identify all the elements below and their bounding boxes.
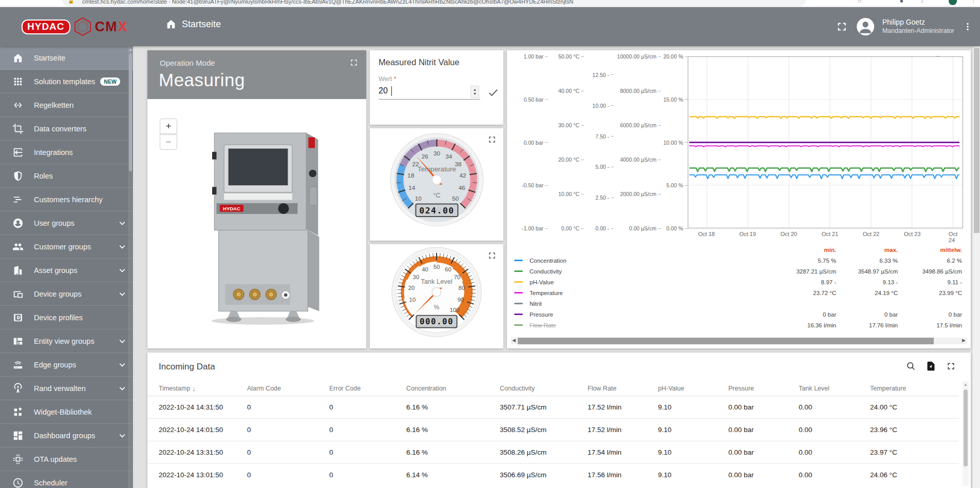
axis-tick: 10.00 % xyxy=(663,140,688,146)
expand-icon[interactable] xyxy=(349,57,359,68)
browser-menu-icon[interactable]: ⋮ xyxy=(971,0,976,4)
sidebar-scroll-thumb[interactable] xyxy=(129,53,132,171)
sidebar-item-customer-groups[interactable]: Customer groups xyxy=(0,235,133,259)
table-vertical-scrollbar[interactable]: ▲ xyxy=(963,381,969,486)
table-row[interactable]: 2022-10-24 13:31:50006.16 %3508.26 µS/cm… xyxy=(147,441,959,463)
sidebar-item-rand-verwalten[interactable]: Rand verwalten xyxy=(0,377,133,400)
legend-swatch xyxy=(514,314,523,315)
legend-row-conductivity[interactable]: Conductivity3287.21 µS/cm3548.97 µS/cm34… xyxy=(514,266,962,277)
scroll-up-arrow-icon[interactable]: ▲ xyxy=(128,47,133,52)
user-name: Philipp Goetz xyxy=(882,18,954,27)
table-cell: 23.96 °C xyxy=(870,426,959,434)
svg-text:100: 100 xyxy=(450,307,460,313)
chart-horizontal-scrollbar[interactable]: ◀ ▶ xyxy=(511,338,967,344)
legend-value: 3287.21 µS/cm xyxy=(759,268,836,275)
sidebar-item-edge-groups[interactable]: Edge groups xyxy=(0,353,133,377)
stepper-up-icon[interactable]: ▲ xyxy=(473,88,477,92)
column-header-ph-value[interactable]: pH-Value xyxy=(658,381,728,396)
download-icon[interactable]: ↓ xyxy=(921,0,924,4)
sidebar-item-ota-updates[interactable]: OTA updates xyxy=(0,447,133,471)
export-file-icon[interactable] xyxy=(926,361,936,372)
scroll-left-arrow-icon[interactable]: ◀ xyxy=(512,338,516,343)
column-header-temperature[interactable]: Temperature xyxy=(870,381,959,396)
more-menu-icon[interactable] xyxy=(963,20,973,33)
table-row[interactable]: 2022-10-24 14:31:50006.16 %3507.71 µS/cm… xyxy=(147,396,959,418)
chevron-down-icon xyxy=(117,288,128,300)
wert-input[interactable] xyxy=(379,84,456,97)
operation-mode-header: Operation Mode Measuring xyxy=(147,50,366,99)
sidebar-item-device-profiles[interactable]: Device profiles xyxy=(0,306,133,329)
x-tick-label: Oct 19 xyxy=(739,231,756,237)
chart-scroll-thumb[interactable] xyxy=(518,338,934,344)
breadcrumb[interactable]: Startseite xyxy=(165,18,221,30)
extension-icon[interactable]: ■ xyxy=(900,0,903,4)
profile-icon xyxy=(12,312,24,323)
sidebar-item-widget-bibliothek[interactable]: Widget-Bibliothek xyxy=(0,400,133,424)
legend-row-flow-rate[interactable]: Flow Rate16.36 l/min17.76 l/min17.5 l/mi… xyxy=(514,320,962,330)
confirm-check-icon[interactable] xyxy=(487,86,499,99)
number-stepper[interactable]: ▲ ▼ xyxy=(470,86,479,98)
column-header-tank-level[interactable]: Tank Level xyxy=(799,381,870,396)
zoom-in-button[interactable]: + xyxy=(160,119,177,134)
column-header-concentration[interactable]: Concentration xyxy=(406,381,500,396)
column-header-conductivity[interactable]: Conductivity xyxy=(500,381,588,396)
svg-text:°C: °C xyxy=(433,192,440,199)
svg-text:60: 60 xyxy=(445,266,451,272)
browser-profile-avatar[interactable] xyxy=(949,0,957,5)
nitrit-card-title: Measured Nitrit Value xyxy=(379,57,459,67)
sidebar-item-user-groups[interactable]: User groups xyxy=(0,211,133,235)
sidebar-item-integrations[interactable]: Integrations xyxy=(0,141,133,164)
axis-tick: 10.00 °C xyxy=(558,191,584,197)
legend-value: 8.97 - xyxy=(759,279,836,285)
legend-row-ph-value[interactable]: pH-Value8.97 -9.13 -9.11 - xyxy=(514,277,962,287)
column-header-timestamp[interactable]: Timestamp ↓ xyxy=(159,381,247,396)
table-row[interactable]: 2022-10-24 14:01:50006.16 %3508.52 µS/cm… xyxy=(147,418,959,441)
search-icon[interactable] xyxy=(906,361,916,372)
sidebar-item-label: Regelketten xyxy=(34,101,73,109)
column-header-error-code[interactable]: Error Code xyxy=(329,381,406,396)
bookmark-icon[interactable]: ☆ xyxy=(857,0,862,4)
table-scroll-thumb[interactable] xyxy=(964,389,968,466)
legend-row-pressure[interactable]: Pressure0 bar0 bar0 bar xyxy=(514,309,962,320)
avatar[interactable] xyxy=(857,18,874,35)
table-cell: 9.10 xyxy=(658,448,728,456)
table-cell: 0 xyxy=(329,426,406,434)
sidebar-item-asset-groups[interactable]: Asset groups xyxy=(0,259,133,282)
chart-plot-area[interactable] xyxy=(688,56,963,228)
scroll-right-arrow-icon[interactable]: ▶ xyxy=(962,338,966,343)
legend-row-concentration[interactable]: Concentration5.75 %6.33 %6.2 % xyxy=(514,255,962,266)
table-row[interactable]: 2022-10-24 13:01:50006.14 %3506.69 µS/cm… xyxy=(147,463,959,486)
legend-swatch xyxy=(514,303,523,304)
legend-header: min. xyxy=(759,247,836,253)
sidebar-item-device-groups[interactable]: Device groups xyxy=(0,282,133,306)
sidebar-item-solution-templates[interactable]: Solution templatesNEW xyxy=(0,70,133,93)
sidebar-item-startseite[interactable]: Startseite xyxy=(0,46,133,70)
sidebar-item-entity-view-groups[interactable]: Entity view groups xyxy=(0,329,133,353)
table-cell: 9.10 xyxy=(658,471,728,479)
timeseries-chart-card: 1.00 bar0.50 bar0.00 bar-0.50 bar-1.00 b… xyxy=(507,50,971,348)
page-scroll-thumb[interactable] xyxy=(974,48,979,233)
stepper-down-icon[interactable]: ▼ xyxy=(473,92,477,96)
column-header-pressure[interactable]: Pressure xyxy=(728,381,799,396)
sidebar-item-dashboard-groups[interactable]: Dashboard groups xyxy=(0,424,133,447)
table-cell: 0 xyxy=(329,448,406,456)
sidebar-item-customers-hierarchy[interactable]: Customers hierarchy xyxy=(0,188,133,211)
sidebar-item-scheduler[interactable]: Scheduler xyxy=(0,471,133,488)
fullscreen-icon[interactable] xyxy=(835,20,849,33)
column-header-alarm-code[interactable]: Alarm Code xyxy=(247,381,329,396)
sidebar-scrollbar[interactable]: ▲ xyxy=(128,46,133,488)
sidebar-item-roles[interactable]: Roles xyxy=(0,164,133,188)
page-scrollbar[interactable] xyxy=(972,46,980,488)
sidebar-item-data-converters[interactable]: Data converters xyxy=(0,117,133,141)
legend-row-temperature[interactable]: Temperature23.72 °C24.19 °C23.99 °C xyxy=(514,287,962,298)
svg-text:Temperature: Temperature xyxy=(418,165,456,173)
scroll-up-arrow-icon[interactable]: ▲ xyxy=(964,382,968,387)
legend-series-name: Pressure xyxy=(530,311,759,318)
expand-icon[interactable] xyxy=(946,361,956,372)
sidebar-item-regelketten[interactable]: Regelketten xyxy=(0,93,133,117)
column-header-flow-rate[interactable]: Flow Rate xyxy=(588,381,658,396)
url-text[interactable]: cmtest.hcs.hydac.com/homeState · Node:41… xyxy=(82,0,791,5)
legend-row-nitrit[interactable]: Nitrit xyxy=(514,298,962,309)
table-cell: 6.16 % xyxy=(406,426,500,434)
zoom-out-button[interactable]: − xyxy=(160,134,177,150)
